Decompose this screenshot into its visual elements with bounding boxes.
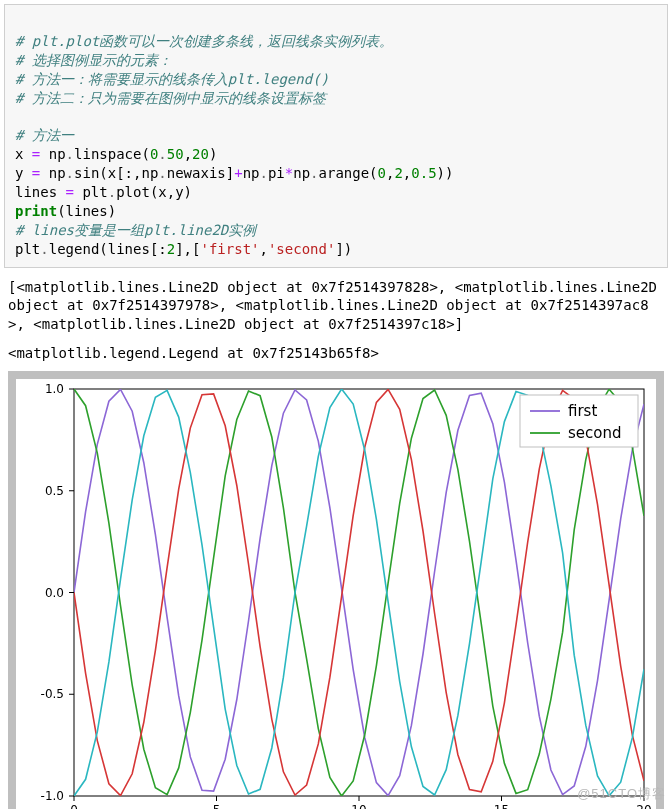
plot-svg: 05101520-1.0-0.50.00.51.0firstsecond: [16, 379, 656, 809]
code-line: x = np.linspace(0.50,20): [15, 146, 217, 162]
ytick-label: 0.0: [45, 586, 64, 600]
code-line: plt.legend(lines[:2],['first','second']): [15, 241, 352, 257]
ytick-label: 0.5: [45, 484, 64, 498]
ytick-label: -0.5: [41, 687, 64, 701]
xtick-label: 20: [636, 803, 651, 809]
code-comment: # 方法一: [15, 127, 74, 143]
stdout-output: [<matplotlib.lines.Line2D object at 0x7f…: [0, 272, 672, 335]
xtick-label: 10: [351, 803, 366, 809]
code-line: print(lines): [15, 203, 116, 219]
code-line: y = np.sin(x[:,np.newaxis]+np.pi*np.aran…: [15, 165, 453, 181]
repr-output: <matplotlib.legend.Legend at 0x7f25143b6…: [0, 334, 672, 363]
xtick-label: 15: [494, 803, 509, 809]
code-comment: # plt.plot函数可以一次创建多条线，返回线条实例列表。: [15, 33, 393, 49]
plot-figure: 05101520-1.0-0.50.00.51.0firstsecond: [8, 371, 664, 809]
watermark: @51CTO博客: [577, 785, 666, 803]
xtick-label: 5: [213, 803, 221, 809]
code-comment: # 选择图例显示的元素：: [15, 52, 172, 68]
code-cell: # plt.plot函数可以一次创建多条线，返回线条实例列表。 # 选择图例显示…: [4, 4, 668, 268]
legend-label: first: [568, 402, 597, 420]
xtick-label: 0: [70, 803, 78, 809]
legend-label: second: [568, 424, 622, 442]
ytick-label: -1.0: [41, 789, 64, 803]
svg-rect-0: [74, 389, 644, 796]
code-comment: # 方法二：只为需要在图例中显示的线条设置标签: [15, 90, 326, 106]
ytick-label: 1.0: [45, 382, 64, 396]
code-comment: # lines变量是一组plt.line2D实例: [15, 222, 256, 238]
code-comment: # 方法一：将需要显示的线条传入plt.legend(): [15, 71, 329, 87]
plot-container: 05101520-1.0-0.50.00.51.0firstsecond: [0, 363, 672, 809]
code-line: lines = plt.plot(x,y): [15, 184, 192, 200]
